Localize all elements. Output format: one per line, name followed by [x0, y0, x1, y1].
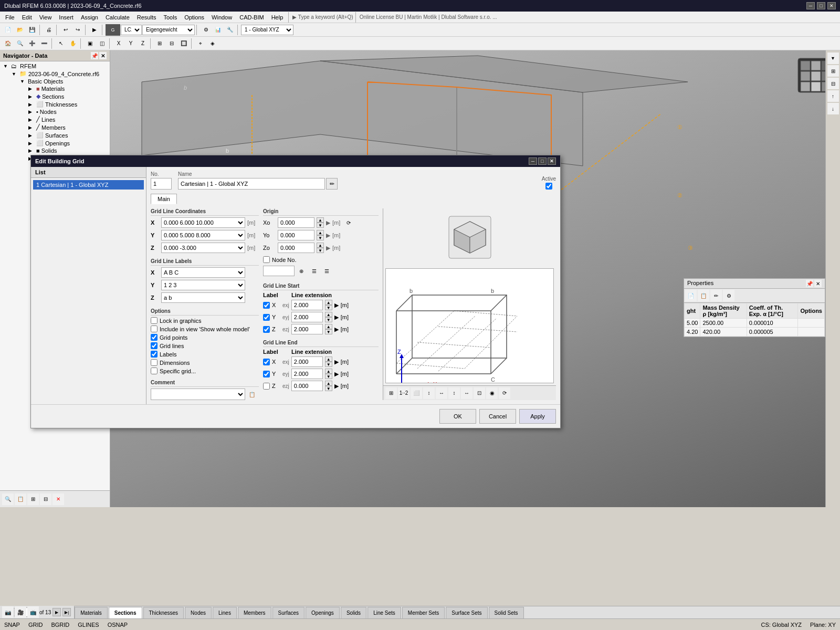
preview-tb-2[interactable]: 1··2: [398, 387, 410, 399]
opt-specific-checkbox[interactable]: [151, 368, 158, 374]
nav-item-solids[interactable]: ▶ ■ Solids: [1, 147, 109, 154]
select-btn[interactable]: ↖: [55, 38, 67, 49]
origin-zo-input[interactable]: [278, 243, 314, 253]
tab-openings[interactable]: Openings: [306, 607, 340, 618]
preview-tb-3[interactable]: ⬜: [411, 387, 422, 399]
menu-options[interactable]: Options: [181, 13, 207, 22]
gl-start-y-input[interactable]: [291, 312, 323, 322]
nav-item-project[interactable]: ▼ 📁 2023-06-09_4_Concrete.rf6: [1, 70, 109, 78]
apply-button[interactable]: Apply: [519, 409, 556, 424]
origin-yo-up[interactable]: ▲: [317, 230, 324, 235]
misc-btn-4[interactable]: ⌖: [195, 38, 206, 49]
origin-xo-down[interactable]: ▼: [317, 223, 324, 228]
tab-sections[interactable]: Sections: [109, 607, 142, 618]
rt-btn-4[interactable]: ↑: [827, 90, 839, 102]
menu-tools[interactable]: Tools: [160, 13, 180, 22]
nav-item-materials[interactable]: ▶ ■ Materials: [1, 85, 109, 92]
list-item-1[interactable]: 1 Cartesian | 1 - Global XYZ: [33, 180, 144, 190]
nav-close-btn[interactable]: ✕: [99, 52, 107, 59]
preview-tb-7[interactable]: ↔: [461, 387, 472, 399]
close-button[interactable]: ✕: [827, 2, 836, 9]
nav-item-basicobjects[interactable]: ▼ Basic Objects: [1, 78, 109, 85]
gl-end-z-down[interactable]: ▼: [325, 386, 332, 391]
props-tb-2[interactable]: 📋: [698, 290, 709, 301]
lc-select[interactable]: LC1: [121, 25, 142, 35]
redo-btn[interactable]: ↪: [72, 24, 83, 36]
tab-nodes[interactable]: Nodes: [185, 607, 212, 618]
rt-btn-1[interactable]: ▼: [827, 52, 839, 64]
props-tb-3[interactable]: ✏: [710, 290, 722, 301]
new-btn[interactable]: 📄: [2, 24, 14, 36]
gl-start-z-input[interactable]: [291, 324, 323, 334]
props-pin-btn[interactable]: 📌: [806, 280, 813, 287]
nav-item-nodes[interactable]: ▶ • Nodes: [1, 108, 109, 116]
origin-xo-up[interactable]: ▲: [317, 217, 324, 223]
dialog-close-btn[interactable]: ✕: [548, 158, 556, 165]
node-no-checkbox[interactable]: [263, 256, 270, 263]
axis-btn-y[interactable]: Y: [125, 38, 136, 49]
preview-tb-4[interactable]: ↕: [423, 387, 435, 399]
opt-gridlines-checkbox[interactable]: [151, 342, 158, 349]
tab-thicknesses[interactable]: Thicknesses: [143, 607, 184, 618]
no-input[interactable]: [151, 178, 172, 190]
gl-end-z-check[interactable]: [263, 383, 270, 390]
coord-y-input[interactable]: 0.000 5.000 8.000: [161, 230, 245, 240]
gl-start-y-check[interactable]: [263, 314, 270, 321]
menu-cadbim[interactable]: CAD-BIM: [236, 13, 267, 22]
gl-end-y-check[interactable]: [263, 371, 270, 377]
origin-recalc-btn[interactable]: ⟳: [343, 217, 354, 228]
rt-btn-5[interactable]: ↓: [827, 103, 839, 114]
node-pick-btn[interactable]: ⊕: [296, 265, 307, 277]
tab-linesets[interactable]: Line Sets: [368, 607, 401, 618]
maximize-button[interactable]: □: [817, 2, 825, 9]
name-input[interactable]: [178, 178, 325, 190]
preview-tb-1[interactable]: ⊞: [385, 387, 397, 399]
preview-tb-9[interactable]: ◉: [486, 387, 498, 399]
props-close-btn[interactable]: ✕: [814, 280, 822, 287]
nav-item-thicknesses[interactable]: ▶ ⬜ Thicknesses: [1, 100, 109, 108]
gl-end-y-down[interactable]: ▼: [325, 374, 332, 379]
misc-btn-3[interactable]: 🔲: [178, 38, 190, 49]
gl-start-y-down[interactable]: ▼: [325, 317, 332, 322]
preview-tb-10[interactable]: ⟳: [499, 387, 510, 399]
view-btn-3[interactable]: ➕: [26, 38, 38, 49]
comment-edit-btn[interactable]: 📋: [246, 388, 258, 400]
save-btn[interactable]: 💾: [26, 24, 38, 36]
axis-btn-x[interactable]: X: [113, 38, 124, 49]
gl-end-z-up[interactable]: ▲: [325, 381, 332, 386]
tab-solidsets[interactable]: Solid Sets: [489, 607, 524, 618]
gl-start-y-up[interactable]: ▲: [325, 312, 332, 317]
gl-start-z-check[interactable]: [263, 326, 270, 333]
cam-btn-1[interactable]: 📷: [2, 606, 14, 618]
ok-button[interactable]: OK: [439, 409, 476, 424]
preview-tb-8[interactable]: ⊡: [474, 387, 485, 399]
menu-window[interactable]: Window: [208, 13, 235, 22]
gl-start-z-up[interactable]: ▲: [325, 324, 332, 329]
minimize-button[interactable]: ─: [806, 2, 815, 9]
gl-end-z-input[interactable]: [291, 381, 323, 391]
misc-btn-2[interactable]: ⊟: [166, 38, 177, 49]
cancel-button[interactable]: Cancel: [479, 409, 516, 424]
nav-tool-1[interactable]: 🔍: [2, 494, 14, 505]
gl-start-x-down[interactable]: ▼: [325, 305, 332, 310]
coord-x-input[interactable]: 0.000 6.000 10.000: [161, 217, 245, 228]
nav-tool-3[interactable]: ⊞: [27, 494, 39, 505]
label-y-select[interactable]: 1 2 3: [161, 280, 245, 290]
gl-end-y-up[interactable]: ▲: [325, 369, 332, 374]
gl-start-x-check[interactable]: [263, 302, 270, 309]
gl-end-x-up[interactable]: ▲: [325, 356, 332, 362]
menu-assign[interactable]: Assign: [78, 13, 101, 22]
label-z-select[interactable]: a b: [161, 292, 245, 303]
rt-btn-2[interactable]: ⊞: [827, 65, 839, 77]
gl-end-x-down[interactable]: ▼: [325, 362, 332, 367]
run-btn[interactable]: ▶: [89, 24, 100, 36]
menu-view[interactable]: View: [36, 13, 55, 22]
cam-btn-2[interactable]: 🎥: [15, 606, 26, 618]
menu-results[interactable]: Results: [134, 13, 160, 22]
nav-item-lines[interactable]: ▶ ╱ Lines: [1, 116, 109, 123]
eigengewicht-select[interactable]: Eigengewicht: [142, 25, 195, 35]
nav-tool-delete[interactable]: ✕: [52, 494, 64, 505]
misc-btn-5[interactable]: ◈: [207, 38, 218, 49]
tab-solids[interactable]: Solids: [341, 607, 366, 618]
page-last-btn[interactable]: ▶|: [62, 608, 71, 616]
